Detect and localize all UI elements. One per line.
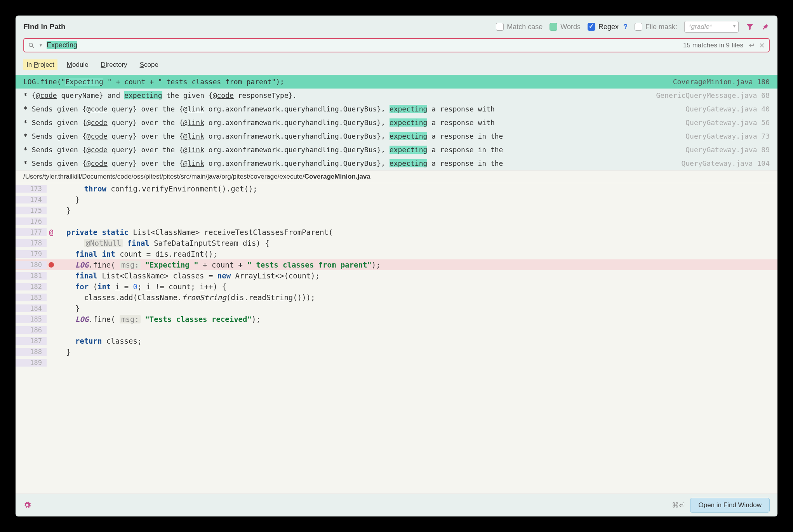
file-mask-checkbox[interactable]	[635, 23, 642, 31]
line-number: 174	[16, 196, 47, 203]
line-number: 179	[16, 250, 47, 258]
search-input[interactable]: Expecting	[47, 41, 679, 49]
line-number: 177	[16, 228, 47, 236]
regex-label: Regex	[598, 23, 619, 31]
file-mask-option[interactable]: File mask:	[635, 23, 677, 31]
line-number: 181	[16, 272, 47, 280]
match-case-checkbox[interactable]	[496, 23, 504, 31]
tab-in-project[interactable]: In Project	[23, 59, 57, 70]
tab-scope[interactable]: Scope	[137, 59, 162, 70]
line-number: 182	[16, 283, 47, 290]
line-number: 175	[16, 207, 47, 214]
match-case-option[interactable]: Match case	[496, 23, 543, 31]
find-in-path-dialog: Find in Path Match case Words Regex ? Fi…	[16, 16, 777, 516]
shortcut-hint: ⌘⏎	[672, 501, 685, 509]
new-line-icon[interactable]	[747, 42, 755, 49]
pin-icon[interactable]	[761, 23, 770, 31]
line-number: 189	[16, 359, 47, 367]
dialog-header: Find in Path Match case Words Regex ? Fi…	[16, 16, 777, 37]
result-row[interactable]: * Sends given {@code query} over the {@l…	[16, 116, 777, 129]
file-mask-input[interactable]	[684, 21, 739, 33]
words-checkbox[interactable]	[550, 23, 557, 31]
dialog-title: Find in Path	[23, 23, 489, 31]
line-number: 173	[16, 185, 47, 193]
words-option[interactable]: Words	[550, 23, 581, 31]
match-case-label: Match case	[507, 23, 543, 31]
regex-checkbox[interactable]	[588, 23, 595, 31]
regex-help-icon[interactable]: ?	[623, 23, 628, 31]
file-mask-label: File mask:	[645, 23, 677, 31]
file-mask-dropdown[interactable]	[684, 21, 739, 33]
line-number: 178	[16, 239, 47, 247]
search-dropdown-icon[interactable]: ▼	[39, 43, 43, 47]
tab-directory[interactable]: Directory	[98, 59, 130, 70]
open-in-find-window-button[interactable]: Open in Find Window	[690, 498, 770, 513]
match-count-label: 15 matches in 9 files	[683, 42, 743, 49]
result-row[interactable]: * {@code queryName} and expecting the gi…	[16, 89, 777, 102]
breakpoint-icon[interactable]	[47, 262, 56, 268]
search-field-row: ▼ Expecting 15 matches in 9 files	[23, 38, 770, 52]
result-row[interactable]: * Sends given {@code query} over the {@l…	[16, 129, 777, 143]
dialog-footer: ⌘⏎ Open in Find Window	[16, 494, 777, 516]
override-marker-icon[interactable]: @	[47, 228, 56, 236]
clear-icon[interactable]	[759, 42, 765, 49]
results-list: LOG.fine("Expecting " + count + " tests …	[16, 75, 777, 170]
search-icon[interactable]	[28, 42, 35, 49]
regex-option[interactable]: Regex ?	[588, 23, 628, 31]
svg-point-0	[29, 43, 33, 47]
result-row[interactable]: * Sends given {@code query} over the {@l…	[16, 156, 777, 170]
tab-module[interactable]: Module	[64, 59, 92, 70]
svg-line-1	[32, 46, 34, 48]
line-number: 184	[16, 304, 47, 312]
code-preview[interactable]: 173 throw config.verifyEnvironment().get…	[16, 183, 777, 494]
result-row[interactable]: * Sends given {@code query} over the {@l…	[16, 102, 777, 116]
result-row[interactable]: * Sends given {@code query} over the {@l…	[16, 143, 777, 156]
line-number: 185	[16, 315, 47, 323]
preview-file-path: /Users/tyler.thrailkill/Documents/code/o…	[16, 170, 777, 183]
filter-icon[interactable]	[746, 23, 754, 31]
scope-tabs: In Project Module Directory Scope	[16, 56, 777, 75]
line-number: 183	[16, 294, 47, 301]
line-number: 180	[16, 261, 47, 269]
line-number: 187	[16, 337, 47, 345]
words-label: Words	[560, 23, 581, 31]
line-number: 188	[16, 348, 47, 356]
line-number: 186	[16, 326, 47, 334]
result-row[interactable]: LOG.fine("Expecting " + count + " tests …	[16, 75, 777, 89]
line-number: 176	[16, 217, 47, 225]
settings-icon[interactable]	[23, 501, 31, 509]
